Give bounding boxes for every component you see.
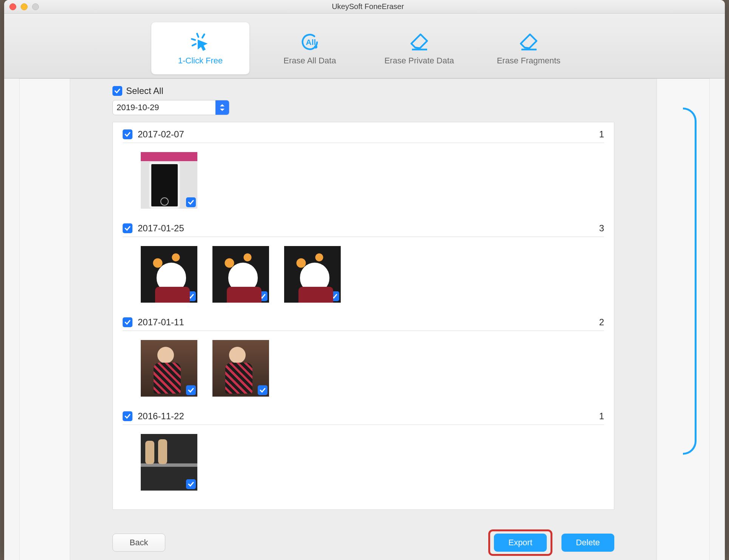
group-header: 2017-01-112 [123,317,604,331]
group-date: 2017-02-07 [138,129,184,140]
thumb-row [123,434,604,491]
svg-marker-9 [220,109,225,111]
tab-label: Erase All Data [283,56,336,66]
photo-group: 2017-02-071 [113,122,614,216]
modal-footer: Back Export Delete [112,531,614,554]
photo-group: 2017-01-253 [113,216,614,310]
thumb-checkbox[interactable] [186,291,196,301]
photo-thumb[interactable] [212,246,269,303]
app-window: UkeySoft FoneEraser 1-Click Free All [4,0,725,560]
group-checkbox[interactable] [123,411,132,421]
tab-label: Erase Private Data [384,56,454,66]
photo-picker-modal: Select All 2019-10-29 2017-02-0712017-01… [70,78,657,560]
tab-1click-free[interactable]: 1-Click Free [151,22,249,74]
tab-erase-all[interactable]: All Erase All Data [261,22,359,74]
tab-erase-private[interactable]: Erase Private Data [370,22,468,74]
decorative-arc [683,108,697,455]
group-header: 2016-11-221 [123,411,604,425]
cursor-click-icon [189,31,212,54]
export-highlight: Export [488,529,552,556]
photo-thumb[interactable] [284,246,341,303]
thumb-checkbox[interactable] [258,291,268,301]
svg-line-0 [197,34,198,37]
svg-line-2 [202,34,204,38]
date-filter-value: 2019-10-29 [113,103,159,112]
group-header: 2017-01-253 [123,223,604,237]
thumb-row [123,340,604,397]
photo-thumb[interactable] [141,340,197,397]
thumb-checkbox[interactable] [186,197,196,207]
thumb-row [123,152,604,209]
tab-erase-fragments[interactable]: Erase Fragments [480,22,578,74]
group-date: 2017-01-25 [138,223,184,234]
photo-group: 2017-01-112 [113,310,614,404]
thumb-checkbox[interactable] [186,479,196,489]
photo-thumb[interactable] [141,434,197,491]
group-date: 2017-01-11 [138,317,184,328]
svg-line-1 [192,39,195,40]
photo-group: 2016-11-221 [113,404,614,498]
close-icon[interactable] [9,3,16,10]
back-button[interactable]: Back [112,534,165,552]
dropdown-icon [215,100,229,115]
group-date: 2016-11-22 [138,411,184,422]
group-checkbox[interactable] [123,223,132,233]
select-all-row[interactable]: Select All [112,86,657,96]
group-checkbox[interactable] [123,129,132,139]
main-toolbar: 1-Click Free All Erase All Data Erase Pr… [4,14,725,78]
group-count: 3 [599,223,604,234]
group-header: 2017-02-071 [123,129,604,143]
thumb-row [123,246,604,303]
select-all-checkbox[interactable] [112,86,122,96]
select-all-label: Select All [126,86,163,96]
thumb-checkbox[interactable] [186,385,196,395]
photo-list[interactable]: 2017-02-0712017-01-2532017-01-1122016-11… [112,122,614,510]
svg-point-5 [314,45,317,49]
svg-text:All: All [306,38,316,46]
group-count: 1 [599,411,604,422]
svg-marker-8 [220,104,225,106]
thumb-checkbox[interactable] [329,291,339,301]
tab-label: Erase Fragments [497,56,561,66]
export-button[interactable]: Export [494,534,547,552]
titlebar: UkeySoft FoneEraser [4,0,725,14]
svg-line-3 [192,44,196,45]
eraser-icon [517,31,540,54]
window-title: UkeySoft FoneEraser [16,2,720,11]
eraser-icon [408,31,431,54]
group-count: 1 [599,129,604,140]
delete-button[interactable]: Delete [561,534,614,552]
thumb-checkbox[interactable] [258,385,268,395]
photo-thumb[interactable] [141,246,197,303]
group-count: 2 [599,317,604,328]
all-icon: All [298,31,321,54]
date-filter-select[interactable]: 2019-10-29 [112,100,229,115]
photo-thumb[interactable] [141,152,197,209]
group-checkbox[interactable] [123,317,132,327]
photo-thumb[interactable] [212,340,269,397]
tab-label: 1-Click Free [178,56,223,66]
